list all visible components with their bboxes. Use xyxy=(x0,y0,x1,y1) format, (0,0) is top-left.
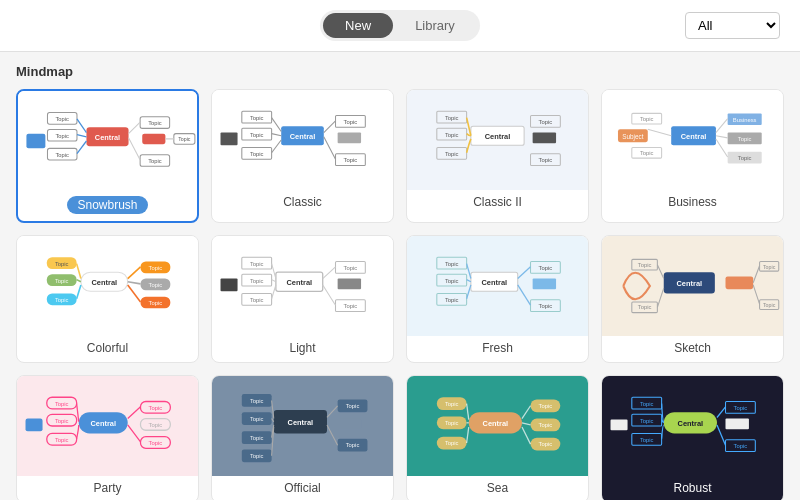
svg-text:Topic: Topic xyxy=(640,401,654,407)
card-sketch[interactable]: Central Topic Topic Topic Topic xyxy=(601,235,784,363)
svg-line-91 xyxy=(128,285,141,302)
svg-text:Central: Central xyxy=(681,132,707,141)
card-business[interactable]: Central Subject Business Topic Topic Top… xyxy=(601,89,784,223)
svg-rect-202 xyxy=(611,420,628,431)
svg-text:Topic: Topic xyxy=(734,405,748,411)
svg-text:Topic: Topic xyxy=(346,403,360,409)
svg-text:Topic: Topic xyxy=(250,398,264,404)
svg-line-140 xyxy=(657,265,663,279)
svg-line-199 xyxy=(522,406,531,419)
svg-text:Topic: Topic xyxy=(445,115,459,121)
svg-text:Topic: Topic xyxy=(539,403,553,409)
svg-line-108 xyxy=(272,285,276,299)
template-grid: Central Topic Topic Topic Topic Topic To… xyxy=(16,89,784,500)
svg-text:Central: Central xyxy=(485,132,511,141)
card-official-label: Official xyxy=(212,476,393,500)
svg-line-37 xyxy=(272,134,282,136)
svg-line-110 xyxy=(323,285,336,305)
svg-text:Topic: Topic xyxy=(149,440,163,446)
card-business-label: Business xyxy=(602,190,783,216)
svg-rect-43 xyxy=(533,133,556,144)
card-colorful[interactable]: Central Topic Topic Topic Topic Topic To… xyxy=(16,235,199,363)
svg-text:Topic: Topic xyxy=(250,453,264,459)
svg-text:Topic: Topic xyxy=(445,297,459,303)
card-colorful-label: Colorful xyxy=(17,336,198,362)
card-snowbrush[interactable]: Central Topic Topic Topic Topic Topic To… xyxy=(16,89,199,223)
svg-line-200 xyxy=(522,423,531,425)
card-party[interactable]: Central Topic Topic Topic Topic Topic To… xyxy=(16,375,199,500)
svg-text:Topic: Topic xyxy=(55,152,69,158)
svg-text:Topic: Topic xyxy=(344,119,358,125)
svg-text:Topic: Topic xyxy=(55,133,69,139)
svg-text:Topic: Topic xyxy=(250,115,264,121)
svg-text:Topic: Topic xyxy=(539,303,553,309)
svg-text:Topic: Topic xyxy=(640,437,654,443)
svg-line-36 xyxy=(272,118,282,132)
svg-text:Topic: Topic xyxy=(738,136,752,142)
card-official[interactable]: Central Topic Topic Topic Topic Topic To… xyxy=(211,375,394,500)
svg-rect-0 xyxy=(26,134,45,149)
svg-text:Topic: Topic xyxy=(640,116,654,122)
svg-text:Central: Central xyxy=(678,419,704,428)
svg-text:Topic: Topic xyxy=(445,261,459,267)
svg-line-109 xyxy=(323,267,336,279)
svg-line-143 xyxy=(753,285,759,304)
svg-line-106 xyxy=(272,264,276,279)
svg-text:Topic: Topic xyxy=(445,401,459,407)
svg-text:Topic: Topic xyxy=(539,441,553,447)
svg-line-159 xyxy=(128,407,141,419)
card-fresh-label: Fresh xyxy=(407,336,588,362)
card-classic2[interactable]: Central Topic Topic Topic Topic Topic xyxy=(406,89,589,223)
top-bar: New Library All Mindmap Flowchart Other xyxy=(0,0,800,52)
svg-text:Topic: Topic xyxy=(638,304,652,310)
svg-text:Topic: Topic xyxy=(539,119,553,125)
svg-line-160 xyxy=(128,425,141,442)
svg-line-128 xyxy=(518,285,531,305)
filter-select[interactable]: All Mindmap Flowchart Other xyxy=(685,12,780,39)
svg-rect-205 xyxy=(726,419,749,430)
card-classic-label: Classic xyxy=(212,190,393,216)
svg-rect-113 xyxy=(533,279,556,290)
svg-text:Topic: Topic xyxy=(55,278,69,284)
svg-rect-144 xyxy=(26,419,43,432)
svg-text:Topic: Topic xyxy=(445,420,459,426)
svg-text:Topic: Topic xyxy=(763,264,776,270)
svg-text:Topic: Topic xyxy=(445,151,459,157)
svg-rect-92 xyxy=(221,279,238,292)
svg-text:Topic: Topic xyxy=(149,282,163,288)
svg-rect-95 xyxy=(338,279,361,290)
card-classic[interactable]: Central Topic Topic Topic Topic Topic xyxy=(211,89,394,223)
svg-line-86 xyxy=(77,264,81,279)
svg-rect-163 xyxy=(338,419,361,430)
card-snowbrush-label: Snowbrush xyxy=(18,191,197,221)
svg-line-19 xyxy=(129,122,141,134)
svg-line-70 xyxy=(716,136,728,138)
svg-line-201 xyxy=(522,427,531,444)
svg-line-38 xyxy=(272,140,282,153)
svg-line-126 xyxy=(467,285,471,299)
svg-line-180 xyxy=(327,406,338,418)
svg-text:Topic: Topic xyxy=(344,157,358,163)
svg-text:Topic: Topic xyxy=(640,418,654,424)
svg-line-198 xyxy=(467,427,469,443)
svg-line-141 xyxy=(657,288,663,307)
svg-rect-22 xyxy=(221,133,238,146)
tab-new[interactable]: New xyxy=(323,13,393,38)
svg-rect-131 xyxy=(726,276,754,289)
card-fresh[interactable]: Central Topic Topic Topic Topic Topic xyxy=(406,235,589,363)
card-robust[interactable]: Central Topic Topic Topic Topic Topic xyxy=(601,375,784,500)
card-sea[interactable]: Central Topic Topic Topic Topic Topic To… xyxy=(406,375,589,500)
svg-line-69 xyxy=(716,119,728,133)
svg-line-16 xyxy=(77,119,86,133)
card-light[interactable]: Central Topic Topic Topic Topic Topic xyxy=(211,235,394,363)
svg-text:Central: Central xyxy=(676,279,702,288)
svg-line-90 xyxy=(128,282,141,284)
svg-text:Central: Central xyxy=(290,132,316,141)
svg-text:Topic: Topic xyxy=(346,442,360,448)
tab-library[interactable]: Library xyxy=(393,13,477,38)
svg-line-18 xyxy=(77,141,86,154)
svg-line-176 xyxy=(272,400,274,418)
svg-line-89 xyxy=(128,267,141,279)
svg-line-17 xyxy=(77,135,86,137)
svg-text:Topic: Topic xyxy=(149,405,163,411)
